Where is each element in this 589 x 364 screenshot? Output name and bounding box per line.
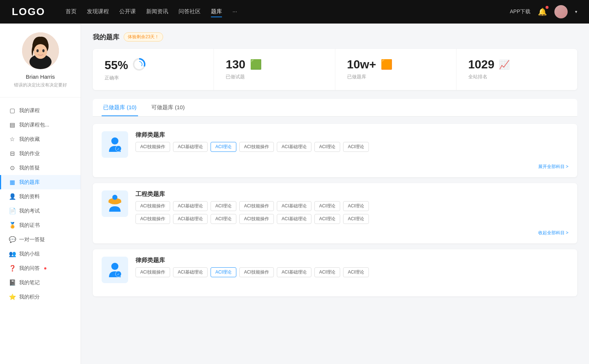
nav-open-course[interactable]: 公开课 [119,7,136,17]
tag-2-4[interactable]: ACI基础理论 [277,201,311,211]
qbank-title-2: 工程类题库 [135,190,369,198]
lawyer-icon-wrap-2: ✓ [102,257,128,283]
qbank-icon: ▦ [9,179,15,186]
tag-2-5[interactable]: ACI理论 [314,201,340,211]
tag-2-0[interactable]: ACI技能操作 [135,201,170,211]
qbank-title-1: 律师类题库 [135,131,369,139]
tag-2-2[interactable]: ACI理论 [211,201,236,211]
tag-3-3[interactable]: ACI技能操作 [239,267,274,277]
profile-avatar [22,32,59,69]
sidebar-item-exam[interactable]: 📄 我的考试 [0,204,81,218]
stat-accuracy: 55% 正确率 [93,49,214,90]
tag-1-2[interactable]: ACI理论 [211,142,236,152]
notification-badge [546,6,549,9]
tag-1-4[interactable]: ACI基础理论 [277,142,311,152]
sidebar-item-certificate[interactable]: 🏅 我的证书 [0,218,81,232]
sidebar-item-qbank[interactable]: ▦ 我的题库 [0,175,81,189]
tag-2-12[interactable]: ACI理论 [314,214,340,224]
tag-2-9[interactable]: ACI理论 [211,214,236,224]
stats-row: 55% 正确率 130 🟩 已做试题 [93,49,577,90]
nav-news[interactable]: 新闻资讯 [146,7,168,17]
tag-1-5[interactable]: ACI理论 [314,142,340,152]
sidebar-item-my-courses[interactable]: ▢ 我的课程 [0,103,81,118]
bell-icon: 🔔 [538,8,547,16]
navbar: LOGO 首页 发现课程 公开课 新闻资讯 问答社区 题库 ··· APP下载 … [0,0,589,24]
sidebar-item-profile[interactable]: 👤 我的资料 [0,189,81,204]
sidebar-item-points[interactable]: ⭐ 我的积分 [0,290,81,304]
main-content: 我的题库 体验剩余23天！ 55% 正确率 [81,24,589,364]
stat-done-questions: 130 🟩 已做试题 [214,49,335,90]
avatar[interactable] [554,5,568,18]
tag-3-5[interactable]: ACI理论 [314,267,340,277]
tag-3-2[interactable]: ACI理论 [211,267,236,277]
tag-2-3[interactable]: ACI技能操作 [239,201,274,211]
document-icon: ▢ [9,107,15,114]
tag-3-0[interactable]: ACI技能操作 [135,267,170,277]
tag-1-6[interactable]: ACI理论 [343,142,369,152]
svg-text:✓: ✓ [117,147,120,151]
sidebar-item-one-on-one[interactable]: 💬 一对一答疑 [0,232,81,247]
tag-2-13[interactable]: ACI理论 [343,214,369,224]
nav-home[interactable]: 首页 [66,7,77,17]
trial-badge: 体验剩余23天！ [124,32,163,42]
stat-ranking: 1029 📈 全站排名 [456,49,577,90]
accuracy-value: 55% [105,58,128,72]
tag-3-4[interactable]: ACI基础理论 [277,267,311,277]
svg-point-4 [36,49,39,52]
nav-discover[interactable]: 发现课程 [87,7,109,17]
sidebar: Brian Harris 错误的决定比没有决定要好 ▢ 我的课程 ▤ 我的课程包… [0,24,81,364]
qbank-tags-2-row2: ACI技能操作 ACI基础理论 ACI理论 ACI技能操作 ACI基础理论 AC… [135,214,369,224]
tag-2-11[interactable]: ACI基础理论 [277,214,311,224]
tag-2-7[interactable]: ACI技能操作 [135,214,170,224]
tag-2-8[interactable]: ACI基础理论 [173,214,208,224]
nav-qa[interactable]: 问答社区 [179,7,201,17]
sidebar-item-questions[interactable]: ⊙ 我的答疑 [0,161,81,175]
sidebar-item-course-packages[interactable]: ▤ 我的课程包... [0,118,81,132]
sidebar-item-my-qa[interactable]: ❓ 我的问答 [0,261,81,275]
nav-qbank[interactable]: 题库 [211,7,222,17]
list-orange-icon: 🟧 [381,59,392,70]
app-download-button[interactable]: APP下载 [510,8,530,15]
sidebar-item-groups[interactable]: 👥 我的小组 [0,247,81,261]
list-green-icon: 🟩 [250,59,262,70]
sidebar-profile: Brian Harris 错误的决定比没有决定要好 [0,32,81,97]
tab-done[interactable]: 已做题库 (10) [102,99,138,116]
unread-badge [44,267,46,270]
sidebar-item-notes[interactable]: 📓 我的笔记 [0,275,81,290]
avatar-illustration [22,32,59,69]
svg-point-3 [34,44,47,59]
tag-2-1[interactable]: ACI基础理论 [173,201,208,211]
tag-2-10[interactable]: ACI技能操作 [239,214,274,224]
tag-3-6[interactable]: ACI理论 [343,267,369,277]
qbank-tags-3: ACI技能操作 ACI基础理论 ACI理论 ACI技能操作 ACI基础理论 AC… [135,267,369,277]
lawyer-icon-2: ✓ [106,261,124,279]
tag-1-3[interactable]: ACI技能操作 [239,142,274,152]
svg-point-9 [111,138,118,144]
sidebar-menu: ▢ 我的课程 ▤ 我的课程包... ☆ 我的收藏 ⊟ 我的作业 ⊙ 我的答疑 ▦… [0,97,81,310]
lawyer-icon: ✓ [106,136,124,153]
expand-btn-1[interactable]: 展开全部科目 > [102,164,568,170]
person-icon: 👤 [9,193,15,200]
tag-2-6[interactable]: ACI理论 [343,201,369,211]
sidebar-item-favorites[interactable]: ☆ 我的收藏 [0,132,81,146]
star-icon: ☆ [9,136,15,143]
lawyer-icon-wrap: ✓ [102,131,128,158]
tag-1-0[interactable]: ACI技能操作 [135,142,170,152]
notes-icon: 📓 [9,279,15,286]
notification-bell[interactable]: 🔔 [538,7,547,16]
points-icon: ⭐ [9,293,15,300]
tab-available[interactable]: 可做题库 (10) [150,99,186,116]
chevron-down-icon[interactable]: ▾ [575,9,577,14]
nav-more[interactable]: ··· [232,7,237,17]
qa-icon: ❓ [9,265,15,272]
avatar-image [554,5,568,18]
certificate-icon: 🏅 [9,222,15,229]
tag-3-1[interactable]: ACI基础理论 [173,267,208,277]
collapse-btn-2[interactable]: 收起全部科目 > [102,230,568,236]
tag-1-1[interactable]: ACI基础理论 [173,142,208,152]
user-name: Brian Harris [6,74,75,80]
page-title-row: 我的题库 体验剩余23天！ [93,32,577,42]
qbank-card-lawyer-1: ✓ 律师类题库 ACI技能操作 ACI基础理论 ACI理论 ACI技能操作 AC… [93,124,577,177]
sidebar-item-homework[interactable]: ⊟ 我的作业 [0,146,81,161]
svg-rect-13 [109,201,121,203]
